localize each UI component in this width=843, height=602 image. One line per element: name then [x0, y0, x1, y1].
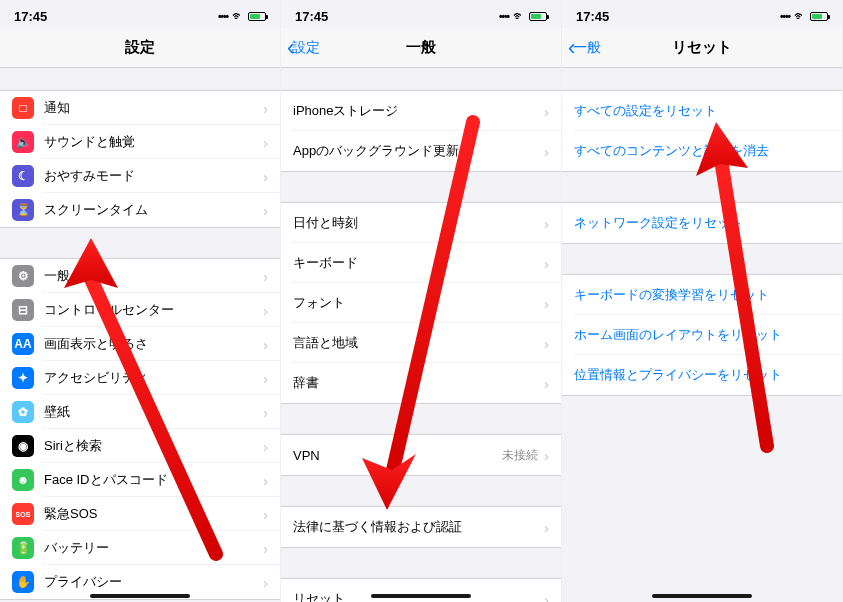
- row-label: すべてのコンテンツと設定を消去: [574, 142, 830, 160]
- home-indicator[interactable]: [652, 594, 752, 598]
- page-title: リセット: [672, 38, 732, 57]
- group-reset-network: ネットワーク設定をリセット: [562, 202, 842, 244]
- row-icon: ⚙: [12, 265, 34, 287]
- settings-row[interactable]: キーボードの変換学習をリセット: [562, 275, 842, 315]
- group-storage: iPhoneストレージ›Appのバックグラウンド更新›: [281, 90, 561, 172]
- row-label: アクセシビリティ: [44, 369, 257, 387]
- chevron-right-icon: ›: [263, 574, 268, 591]
- wifi-icon: ᯤ: [513, 9, 525, 23]
- settings-row[interactable]: ホーム画面のレイアウトをリセット: [562, 315, 842, 355]
- settings-group-general: ⚙一般›⊟コントロールセンター›AA画面表示と明るさ›✦アクセシビリティ›✿壁紙…: [0, 258, 280, 600]
- back-label: 一般: [573, 39, 601, 57]
- status-icons: •••• ᯤ: [218, 9, 266, 23]
- chevron-right-icon: ›: [263, 506, 268, 523]
- row-label: ネットワーク設定をリセット: [574, 214, 830, 232]
- cell-signal-icon: ••••: [780, 11, 790, 22]
- row-icon: ⏳: [12, 199, 34, 221]
- row-label: Siriと検索: [44, 437, 257, 455]
- settings-row[interactable]: ✦アクセシビリティ›: [0, 361, 280, 395]
- settings-row[interactable]: ✿壁紙›: [0, 395, 280, 429]
- settings-row[interactable]: Appのバックグラウンド更新›: [281, 131, 561, 171]
- settings-row[interactable]: ☻Face IDとパスコード›: [0, 463, 280, 497]
- row-label: VPN: [293, 448, 502, 463]
- cell-signal-icon: ••••: [218, 11, 228, 22]
- settings-row[interactable]: 言語と地域›: [281, 323, 561, 363]
- chevron-right-icon: ›: [544, 103, 549, 120]
- chevron-right-icon: ›: [263, 202, 268, 219]
- group-legal: 法律に基づく情報および認証›: [281, 506, 561, 548]
- chevron-right-icon: ›: [263, 134, 268, 151]
- wifi-icon: ᯤ: [794, 9, 806, 23]
- row-icon: 🔋: [12, 537, 34, 559]
- row-label: すべての設定をリセット: [574, 102, 830, 120]
- chevron-right-icon: ›: [544, 375, 549, 392]
- chevron-right-icon: ›: [263, 472, 268, 489]
- row-label: ホーム画面のレイアウトをリセット: [574, 326, 830, 344]
- status-icons: •••• ᯤ: [499, 9, 547, 23]
- battery-icon: [248, 12, 266, 21]
- page-title: 一般: [406, 38, 436, 57]
- page-title: 設定: [125, 38, 155, 57]
- row-label: キーボード: [293, 254, 538, 272]
- settings-row[interactable]: ⚙一般›: [0, 259, 280, 293]
- row-value: 未接続: [502, 447, 538, 464]
- settings-screen: 17:45 •••• ᯤ 設定 □通知›🔈サウンドと触覚›☾おやすみモード›⏳ス…: [0, 0, 281, 602]
- row-label: 日付と時刻: [293, 214, 538, 232]
- settings-row[interactable]: ⏳スクリーンタイム›: [0, 193, 280, 227]
- status-bar: 17:45 •••• ᯤ: [0, 0, 280, 28]
- settings-row[interactable]: □通知›: [0, 91, 280, 125]
- settings-row[interactable]: すべての設定をリセット: [562, 91, 842, 131]
- settings-row[interactable]: ⊟コントロールセンター›: [0, 293, 280, 327]
- settings-row[interactable]: キーボード›: [281, 243, 561, 283]
- row-label: キーボードの変換学習をリセット: [574, 286, 830, 304]
- row-label: 言語と地域: [293, 334, 538, 352]
- status-time: 17:45: [295, 9, 328, 24]
- content: すべての設定をリセットすべてのコンテンツと設定を消去 ネットワーク設定をリセット…: [562, 68, 842, 602]
- settings-row[interactable]: VPN未接続›: [281, 435, 561, 475]
- row-icon: ☾: [12, 165, 34, 187]
- battery-icon: [529, 12, 547, 21]
- cell-signal-icon: ••••: [499, 11, 509, 22]
- row-label: バッテリー: [44, 539, 257, 557]
- chevron-right-icon: ›: [263, 540, 268, 557]
- settings-row[interactable]: 日付と時刻›: [281, 203, 561, 243]
- settings-row[interactable]: 🔋バッテリー›: [0, 531, 280, 565]
- settings-row[interactable]: 法律に基づく情報および認証›: [281, 507, 561, 547]
- settings-row[interactable]: リセット›: [281, 579, 561, 602]
- row-label: 一般: [44, 267, 257, 285]
- row-label: 画面表示と明るさ: [44, 335, 257, 353]
- settings-group-notifications: □通知›🔈サウンドと触覚›☾おやすみモード›⏳スクリーンタイム›: [0, 90, 280, 228]
- row-label: Appのバックグラウンド更新: [293, 142, 538, 160]
- settings-row[interactable]: 位置情報とプライバシーをリセット: [562, 355, 842, 395]
- chevron-right-icon: ›: [544, 215, 549, 232]
- chevron-right-icon: ›: [263, 404, 268, 421]
- settings-row[interactable]: 辞書›: [281, 363, 561, 403]
- settings-row[interactable]: すべてのコンテンツと設定を消去: [562, 131, 842, 171]
- home-indicator[interactable]: [371, 594, 471, 598]
- settings-row[interactable]: AA画面表示と明るさ›: [0, 327, 280, 361]
- chevron-right-icon: ›: [544, 335, 549, 352]
- row-label: Face IDとパスコード: [44, 471, 257, 489]
- wifi-icon: ᯤ: [232, 9, 244, 23]
- back-button[interactable]: ‹一般: [568, 37, 601, 59]
- content: □通知›🔈サウンドと触覚›☾おやすみモード›⏳スクリーンタイム› ⚙一般›⊟コン…: [0, 68, 280, 602]
- settings-row[interactable]: SOS緊急SOS›: [0, 497, 280, 531]
- home-indicator[interactable]: [90, 594, 190, 598]
- chevron-right-icon: ›: [263, 302, 268, 319]
- row-label: サウンドと触覚: [44, 133, 257, 151]
- reset-screen: 17:45 •••• ᯤ ‹一般 リセット すべての設定をリセットすべてのコンテ…: [562, 0, 843, 602]
- row-label: 緊急SOS: [44, 505, 257, 523]
- row-label: コントロールセンター: [44, 301, 257, 319]
- row-label: 壁紙: [44, 403, 257, 421]
- chevron-right-icon: ›: [544, 591, 549, 603]
- settings-row[interactable]: ◉Siriと検索›: [0, 429, 280, 463]
- settings-row[interactable]: ☾おやすみモード›: [0, 159, 280, 193]
- settings-row[interactable]: ネットワーク設定をリセット: [562, 203, 842, 243]
- settings-row[interactable]: フォント›: [281, 283, 561, 323]
- back-button[interactable]: ‹設定: [287, 37, 320, 59]
- status-bar: 17:45 •••• ᯤ: [562, 0, 842, 28]
- row-label: iPhoneストレージ: [293, 102, 538, 120]
- settings-row[interactable]: 🔈サウンドと触覚›: [0, 125, 280, 159]
- chevron-right-icon: ›: [544, 295, 549, 312]
- settings-row[interactable]: iPhoneストレージ›: [281, 91, 561, 131]
